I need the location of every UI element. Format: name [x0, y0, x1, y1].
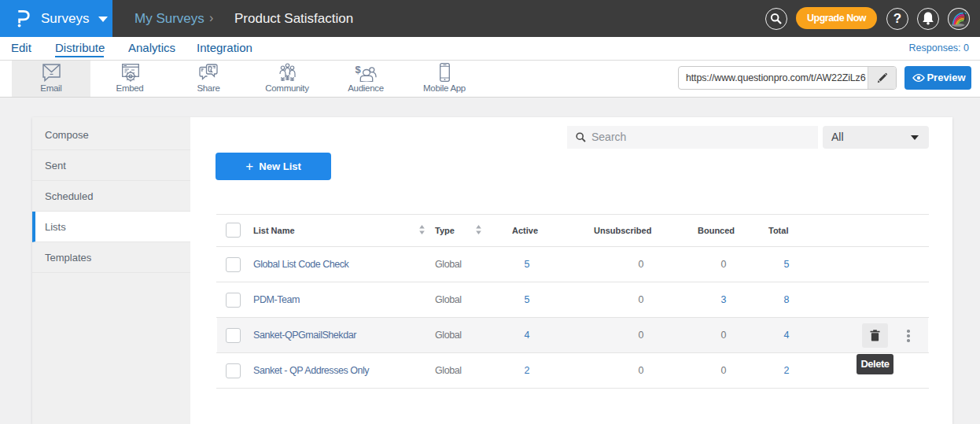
- svg-text:$: $: [356, 64, 362, 76]
